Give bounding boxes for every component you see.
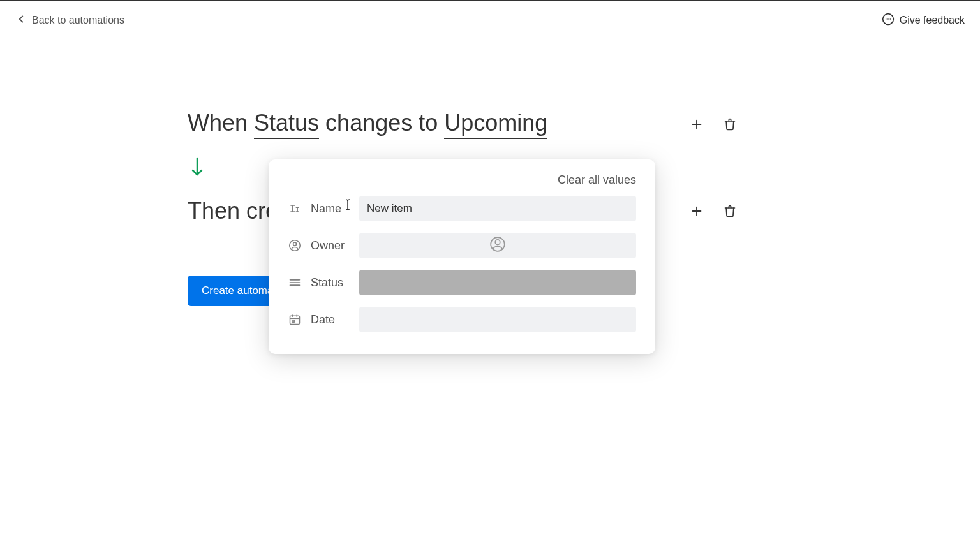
feedback-label: Give feedback (900, 15, 965, 26)
trigger-verb: changes to (325, 110, 438, 136)
name-label: Name (311, 202, 350, 216)
owner-input[interactable] (359, 233, 636, 258)
svg-rect-14 (290, 316, 300, 324)
date-input[interactable] (359, 307, 636, 332)
add-trigger-button[interactable] (689, 117, 704, 132)
clear-all-button[interactable]: Clear all values (558, 173, 636, 187)
back-label: Back to automations (32, 15, 124, 26)
action-row-actions (689, 203, 738, 219)
trigger-sentence[interactable]: When Status changes to Upcoming (188, 110, 547, 139)
name-input[interactable]: New item (359, 196, 636, 221)
trigger-value[interactable]: Upcoming (444, 110, 547, 139)
add-action-button[interactable] (689, 203, 704, 219)
delete-action-button[interactable] (722, 203, 738, 219)
trigger-when: When (188, 110, 248, 136)
item-values-popup: Clear all values Name New item Owner Sta… (269, 159, 655, 354)
calendar-icon (288, 313, 302, 326)
status-field-row: Status (288, 270, 636, 295)
svg-rect-18 (292, 320, 294, 322)
chevron-left-icon (15, 13, 27, 27)
trigger-row: When Status changes to Upcoming (188, 110, 980, 139)
owner-field-row: Owner (288, 233, 636, 258)
status-input[interactable] (359, 270, 636, 295)
status-label: Status (311, 276, 350, 290)
app-header: Back to automations Give feedback (0, 1, 980, 40)
date-label: Date (311, 313, 350, 327)
back-button[interactable]: Back to automations (15, 13, 124, 27)
name-field-row: Name New item (288, 196, 636, 221)
owner-label: Owner (311, 239, 350, 253)
owner-avatar-icon (489, 236, 506, 256)
text-icon (288, 202, 302, 215)
status-icon (288, 276, 302, 289)
delete-trigger-button[interactable] (722, 117, 738, 132)
svg-point-8 (293, 242, 297, 246)
feedback-button[interactable]: Give feedback (882, 13, 965, 28)
trigger-row-actions (689, 117, 738, 132)
trigger-field[interactable]: Status (254, 110, 319, 139)
feedback-icon (882, 13, 895, 28)
person-icon (288, 239, 302, 252)
action-sentence[interactable]: Then cre (188, 198, 278, 224)
date-field-row: Date (288, 307, 636, 332)
name-value: New item (367, 202, 412, 215)
svg-point-10 (495, 239, 500, 244)
popup-header: Clear all values (288, 173, 636, 187)
